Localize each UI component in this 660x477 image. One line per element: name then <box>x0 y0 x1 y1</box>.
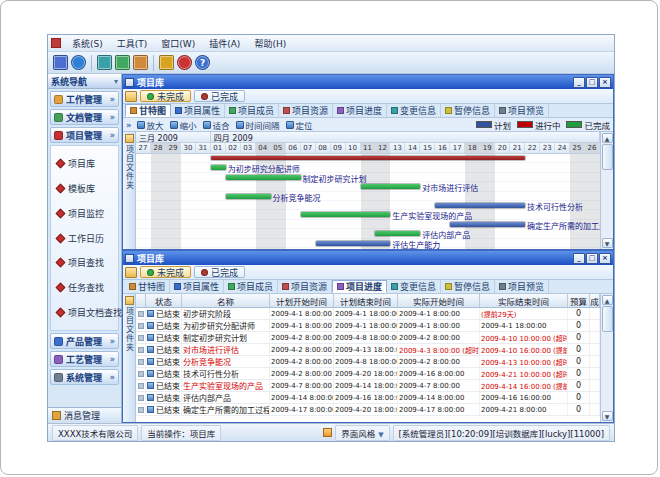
sidebar-group-header[interactable]: 项目管理» <box>50 127 119 143</box>
filter-tab[interactable]: 未完成 <box>140 266 191 278</box>
gantt-bar[interactable] <box>375 231 420 236</box>
minimize-button[interactable]: _ <box>573 253 585 264</box>
view-tab[interactable]: 甘特图 <box>125 280 170 293</box>
minimize-button[interactable]: _ <box>573 77 585 88</box>
gantt-bar[interactable] <box>301 212 391 217</box>
restore-button[interactable]: □ <box>586 77 598 88</box>
gantt-bar[interactable] <box>435 203 525 208</box>
close-button[interactable]: × <box>599 77 611 88</box>
view-tab[interactable]: 暂停信息 <box>441 104 495 117</box>
view-tab[interactable]: 项目预览 <box>495 104 549 117</box>
pin-icon[interactable]: ▾ <box>114 77 118 86</box>
window-icon[interactable] <box>97 55 112 70</box>
filter-tab[interactable]: 已完成 <box>194 90 245 102</box>
sidebar-group-header[interactable]: 产品管理» <box>50 333 119 349</box>
gantt-vertical-scrollbar[interactable]: ▲ ▼ <box>600 132 613 249</box>
folder-plus-icon[interactable] <box>125 91 137 102</box>
table-row[interactable]: 已结束技术可行性分析2009-4-2 8:00:002009-4-20 18:0… <box>136 368 600 380</box>
gantt-tool-button[interactable]: 放大 <box>137 119 164 131</box>
gantt-bar[interactable] <box>211 156 525 160</box>
sidebar-group-header[interactable]: 工艺管理» <box>50 351 119 367</box>
view-tab[interactable]: 项目成员 <box>225 104 279 117</box>
status-style-dropdown[interactable]: 界面风格▼ <box>335 425 389 441</box>
column-header[interactable]: 预算 <box>568 294 590 307</box>
help-icon[interactable]: ? <box>195 55 210 70</box>
table-row[interactable]: 已结束确定生产所需的加工过程2009-4-17 8:00:002009-4-20… <box>136 404 600 416</box>
gantt-bar[interactable] <box>450 222 525 227</box>
column-header[interactable]: 计划开始时间 <box>270 294 334 307</box>
table-vertical-scrollbar[interactable]: ▲ ▼ <box>600 294 613 422</box>
scroll-up-icon[interactable]: ▲ <box>602 295 613 305</box>
table-row[interactable]: 已结束生产实验室现场的产品2009-4-7 8:00:002009-4-14 1… <box>136 380 600 392</box>
gantt-tool-button[interactable]: 适合 <box>203 119 230 131</box>
column-header[interactable]: 状态 <box>146 294 182 307</box>
sidebar-item[interactable]: 工作日历 <box>51 231 118 245</box>
view-tab[interactable]: 暂停信息 <box>441 280 495 293</box>
table-row[interactable]: 已结束评估内部产品2009-4-14 8:00:002009-4-16 18:0… <box>136 392 600 404</box>
view-tab[interactable]: 变更信息 <box>387 104 441 117</box>
menu-item[interactable]: 工具(T) <box>111 36 154 51</box>
menu-item[interactable]: 系统(S) <box>66 36 109 51</box>
sidebar-group-header[interactable]: 文档管理» <box>50 109 119 125</box>
gantt-bar[interactable] <box>361 184 421 189</box>
sidebar-item[interactable]: 项目监控 <box>51 206 118 220</box>
table-icon[interactable] <box>115 55 130 70</box>
sidebar-tab-messages[interactable]: 消息管理 <box>48 407 121 423</box>
scroll-down-icon[interactable]: ▼ <box>602 411 613 421</box>
scroll-thumb[interactable] <box>602 306 613 332</box>
stop-icon[interactable] <box>177 55 192 70</box>
view-tab[interactable]: 项目资源 <box>278 280 332 293</box>
view-tab[interactable]: 项目进度 <box>333 104 387 117</box>
chart-icon[interactable] <box>133 55 148 70</box>
menu-item[interactable]: 插件(A) <box>203 36 246 51</box>
gantt-window-titlebar[interactable]: 项目库 _ □ × <box>123 75 613 89</box>
folder-side-tab[interactable]: 项目文件夹 <box>123 132 136 249</box>
table-row[interactable]: 已结束初步研究阶段2009-4-1 8:00:002009-4-1 18:00:… <box>136 308 600 320</box>
folder-plus-icon[interactable] <box>125 267 137 278</box>
gantt-bar[interactable] <box>226 175 301 180</box>
column-header[interactable]: 名称 <box>182 294 270 307</box>
close-button[interactable]: × <box>599 253 611 264</box>
scroll-up-icon[interactable]: ▲ <box>602 133 613 143</box>
column-header[interactable]: 实际开始时间 <box>398 294 480 307</box>
table-row[interactable]: 已结束为初步研究分配讲师2009-4-1 8:00:002009-4-1 18:… <box>136 320 600 332</box>
view-tab[interactable]: 项目成员 <box>224 280 278 293</box>
gantt-tool-button[interactable]: 定位 <box>286 119 313 131</box>
scroll-thumb[interactable] <box>602 144 613 170</box>
gantt-canvas[interactable]: 为初步研究分配讲师制定初步研究计划对市场进行评估分析竞争能况技术可行性分析生产实… <box>136 154 600 249</box>
folder-side-tab[interactable]: 项目文件夹 <box>123 294 136 422</box>
sidebar-item[interactable]: 任务查找 <box>51 281 118 295</box>
schedule-window-titlebar[interactable]: 项目库 _ □ × <box>123 251 613 265</box>
gantt-tool-button[interactable]: 时间间隔 <box>236 119 280 131</box>
gantt-bar[interactable] <box>211 165 226 170</box>
view-tab[interactable]: 项目预览 <box>495 280 549 293</box>
column-header[interactable]: 计划结束时间 <box>334 294 398 307</box>
overflow-chevron-icon[interactable]: » <box>126 120 132 130</box>
view-tab[interactable]: 项目资源 <box>279 104 333 117</box>
column-header[interactable]: 实际结束时间 <box>480 294 568 307</box>
table-row[interactable]: 已结束对市场进行评估2009-4-2 8:00:002009-4-13 18:0… <box>136 344 600 356</box>
sidebar-item[interactable]: 模板库 <box>51 182 118 196</box>
sidebar-group-header[interactable]: 系统管理» <box>50 369 119 385</box>
view-tab[interactable]: 项目属性 <box>171 104 225 117</box>
view-tab[interactable]: 甘特图 <box>125 104 171 117</box>
view-tab[interactable]: 变更信息 <box>387 280 441 293</box>
gantt-tool-button[interactable]: 缩小 <box>170 119 197 131</box>
restore-button[interactable]: □ <box>586 253 598 264</box>
filter-tab[interactable]: 未完成 <box>140 90 191 102</box>
sidebar-item[interactable]: 项目文档查找 <box>51 305 118 319</box>
view-tab[interactable]: 项目属性 <box>170 280 224 293</box>
save-icon[interactable] <box>53 55 68 70</box>
scroll-down-icon[interactable]: ▼ <box>602 238 613 248</box>
table-row[interactable]: 已结束分析竞争能况2009-4-2 8:00:002009-4-8 18:00:… <box>136 356 600 368</box>
menu-item[interactable]: 帮助(H) <box>248 36 292 51</box>
view-tab[interactable]: 项目进度 <box>332 280 387 293</box>
gantt-bar[interactable] <box>226 194 271 199</box>
menu-item[interactable]: 窗口(W) <box>155 36 201 51</box>
sidebar-item[interactable]: 项目查找 <box>51 256 118 270</box>
lock-icon[interactable] <box>159 55 174 70</box>
column-header[interactable] <box>136 294 146 307</box>
gantt-bar[interactable] <box>316 241 391 246</box>
column-header[interactable]: 成 <box>590 294 600 307</box>
filter-tab[interactable]: 已完成 <box>194 266 245 278</box>
